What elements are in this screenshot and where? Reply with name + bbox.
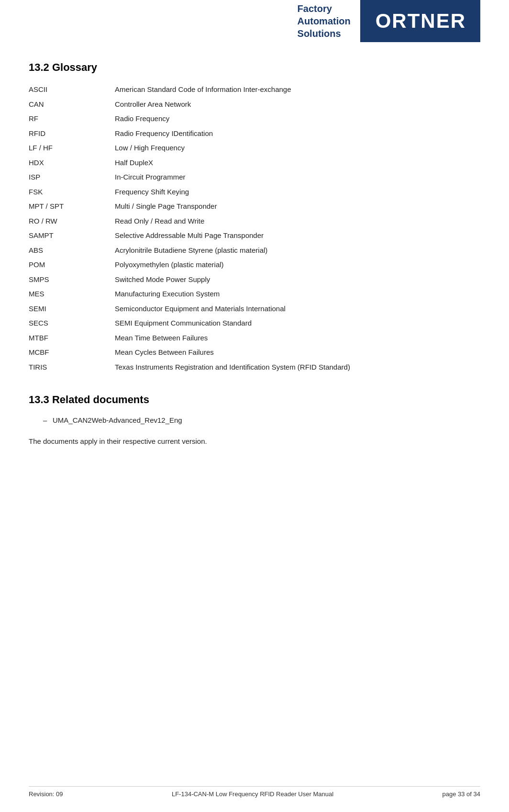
glossary-row: ABSAcrylonitrile Butadiene Styrene (plas… bbox=[29, 243, 480, 258]
footer-doc-title: LF-134-CAN-M Low Frequency RFID Reader U… bbox=[172, 790, 333, 798]
glossary-definition: Acrylonitrile Butadiene Styrene (plastic… bbox=[115, 243, 480, 258]
glossary-abbr: SAMPT bbox=[29, 228, 115, 243]
glossary-abbr: MCBF bbox=[29, 345, 115, 360]
glossary-abbr: POM bbox=[29, 258, 115, 272]
glossary-row: SAMPTSelective Addressable Multi Page Tr… bbox=[29, 228, 480, 243]
glossary-definition: Switched Mode Power Supply bbox=[115, 272, 480, 287]
glossary-row: FSKFrequency Shift Keying bbox=[29, 185, 480, 200]
brand-logo: ORTNER bbox=[361, 0, 480, 42]
glossary-row: TIRISTexas Instruments Registration and … bbox=[29, 360, 480, 375]
glossary-abbr: SEMI bbox=[29, 302, 115, 316]
glossary-row: MTBFMean Time Between Failures bbox=[29, 331, 480, 346]
glossary-row: LF / HFLow / High Frequency bbox=[29, 141, 480, 156]
glossary-abbr: HDX bbox=[29, 156, 115, 170]
glossary-row: RFRadio Frequency bbox=[29, 112, 480, 126]
glossary-row: MPT / SPTMulti / Single Page Transponder bbox=[29, 199, 480, 214]
glossary-abbr: SMPS bbox=[29, 272, 115, 287]
related-docs-heading: 13.3 Related documents bbox=[29, 394, 480, 406]
company-tagline: Factory Automation Solutions bbox=[298, 0, 361, 42]
glossary-table: ASCIIAmerican Standard Code of Informati… bbox=[29, 82, 480, 374]
glossary-definition: Selective Addressable Multi Page Transpo… bbox=[115, 228, 480, 243]
glossary-abbr: ABS bbox=[29, 243, 115, 258]
glossary-abbr: CAN bbox=[29, 97, 115, 112]
page-footer: Revision: 09 LF-134-CAN-M Low Frequency … bbox=[29, 786, 480, 798]
footer-page: page 33 of 34 bbox=[442, 790, 480, 798]
glossary-row: MCBFMean Cycles Between Failures bbox=[29, 345, 480, 360]
glossary-row: CANController Area Network bbox=[29, 97, 480, 112]
glossary-definition: Mean Time Between Failures bbox=[115, 331, 480, 346]
glossary-row: RO / RWRead Only / Read and Write bbox=[29, 214, 480, 229]
glossary-abbr: TIRIS bbox=[29, 360, 115, 375]
glossary-heading: 13.2 Glossary bbox=[29, 61, 480, 74]
glossary-row: HDXHalf DupleX bbox=[29, 156, 480, 170]
glossary-abbr: MPT / SPT bbox=[29, 199, 115, 214]
glossary-abbr: SECS bbox=[29, 316, 115, 331]
related-docs-list: UMA_CAN2Web-Advanced_Rev12_Eng bbox=[43, 415, 480, 426]
glossary-row: SMPSSwitched Mode Power Supply bbox=[29, 272, 480, 287]
glossary-abbr: ISP bbox=[29, 170, 115, 185]
glossary-definition: Radio Frequency bbox=[115, 112, 480, 126]
glossary-abbr: MES bbox=[29, 287, 115, 302]
brand-name-text: ORTNER bbox=[376, 10, 466, 33]
glossary-row: ASCIIAmerican Standard Code of Informati… bbox=[29, 82, 480, 97]
glossary-definition: Texas Instruments Registration and Ident… bbox=[115, 360, 480, 375]
related-doc-item: UMA_CAN2Web-Advanced_Rev12_Eng bbox=[43, 415, 480, 426]
glossary-abbr: RF bbox=[29, 112, 115, 126]
footer-revision: Revision: 09 bbox=[29, 790, 63, 798]
glossary-abbr: FSK bbox=[29, 185, 115, 200]
glossary-definition: Semiconductor Equipment and Materials In… bbox=[115, 302, 480, 316]
glossary-definition: SEMI Equipment Communication Standard bbox=[115, 316, 480, 331]
glossary-abbr: RFID bbox=[29, 126, 115, 141]
glossary-row: SECSSEMI Equipment Communication Standar… bbox=[29, 316, 480, 331]
page-header: Factory Automation Solutions ORTNER bbox=[29, 0, 480, 42]
glossary-abbr: RO / RW bbox=[29, 214, 115, 229]
glossary-abbr: MTBF bbox=[29, 331, 115, 346]
glossary-row: POMPolyoxymethylen (plastic material) bbox=[29, 258, 480, 272]
glossary-definition: Read Only / Read and Write bbox=[115, 214, 480, 229]
glossary-definition: Controller Area Network bbox=[115, 97, 480, 112]
glossary-definition: Half DupleX bbox=[115, 156, 480, 170]
glossary-row: SEMISemiconductor Equipment and Material… bbox=[29, 302, 480, 316]
tagline-text: Factory Automation Solutions bbox=[298, 2, 351, 40]
glossary-definition: In-Circuit Programmer bbox=[115, 170, 480, 185]
glossary-definition: American Standard Code of Information In… bbox=[115, 82, 480, 97]
glossary-definition: Frequency Shift Keying bbox=[115, 185, 480, 200]
glossary-row: RFIDRadio Frequency IDentification bbox=[29, 126, 480, 141]
glossary-abbr: LF / HF bbox=[29, 141, 115, 156]
related-docs-note: The documents apply in their respective … bbox=[29, 436, 480, 447]
glossary-abbr: ASCII bbox=[29, 82, 115, 97]
glossary-definition: Mean Cycles Between Failures bbox=[115, 345, 480, 360]
glossary-definition: Low / High Frequency bbox=[115, 141, 480, 156]
glossary-row: ISPIn-Circuit Programmer bbox=[29, 170, 480, 185]
glossary-row: MESManufacturing Execution System bbox=[29, 287, 480, 302]
glossary-definition: Radio Frequency IDentification bbox=[115, 126, 480, 141]
glossary-definition: Manufacturing Execution System bbox=[115, 287, 480, 302]
glossary-definition: Multi / Single Page Transponder bbox=[115, 199, 480, 214]
glossary-definition: Polyoxymethylen (plastic material) bbox=[115, 258, 480, 272]
